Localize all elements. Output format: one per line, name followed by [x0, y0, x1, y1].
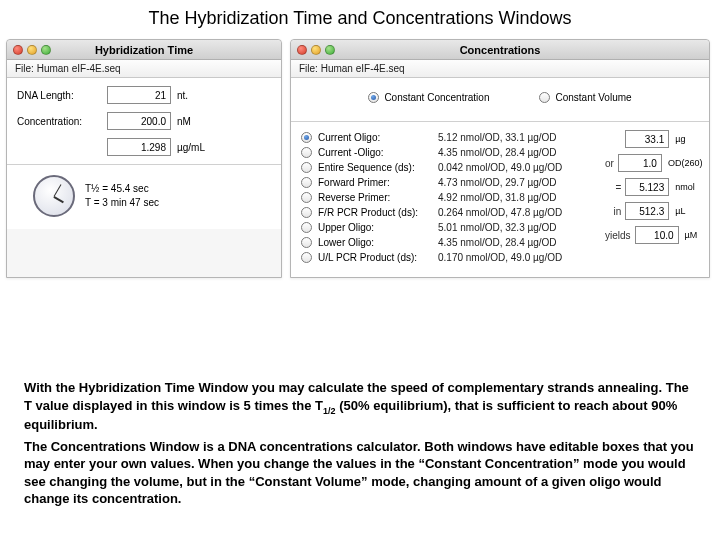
oligo-name: Forward Primer: [318, 177, 438, 188]
prefix: yields [605, 230, 635, 241]
dna-length-input[interactable] [107, 86, 171, 104]
mass-input[interactable] [625, 130, 669, 148]
dna-length-label: DNA Length: [17, 90, 107, 101]
prefix: = [605, 182, 625, 193]
radio-icon [301, 162, 312, 173]
prefix: in [605, 206, 625, 217]
oligo-row[interactable]: Current Oligo:5.12 nmol/OD, 33.1 µg/OD [301, 130, 599, 145]
file-label: File: Human eIF-4E.seq [7, 60, 281, 78]
radio-icon [301, 207, 312, 218]
radio-icon [301, 237, 312, 248]
unit: µL [675, 206, 699, 216]
titlebar: Hybridization Time [7, 40, 281, 60]
radio-icon [301, 147, 312, 158]
oligo-value: 0.264 nmol/OD, 47.8 µg/OD [438, 207, 562, 218]
dna-length-unit: nt. [177, 90, 188, 101]
radio-icon [301, 177, 312, 188]
oligo-row[interactable]: Forward Primer:4.73 nmol/OD, 29.7 µg/OD [301, 175, 599, 190]
oligo-row[interactable]: F/R PCR Product (ds):0.264 nmol/OD, 47.8… [301, 205, 599, 220]
oligo-row[interactable]: Entire Sequence (ds):0.042 nmol/OD, 49.0… [301, 160, 599, 175]
oligo-name: Current Oligo: [318, 132, 438, 143]
oligo-name: Entire Sequence (ds): [318, 162, 438, 173]
oligo-value: 5.12 nmol/OD, 33.1 µg/OD [438, 132, 557, 143]
concentrations-window: Concentrations File: Human eIF-4E.seq Co… [290, 39, 710, 278]
oligo-name: Current -Oligo: [318, 147, 438, 158]
oligo-row[interactable]: Current -Oligo:4.35 nmol/OD, 28.4 µg/OD [301, 145, 599, 160]
oligo-name: Reverse Primer: [318, 192, 438, 203]
od-input[interactable] [618, 154, 662, 172]
oligo-name: Upper Oligo: [318, 222, 438, 233]
radio-icon [301, 192, 312, 203]
density-unit: µg/mL [177, 142, 205, 153]
oligo-row[interactable]: Reverse Primer:4.92 nmol/OD, 31.8 µg/OD [301, 190, 599, 205]
mode-label: Constant Volume [555, 92, 631, 103]
file-label: File: Human eIF-4E.seq [291, 60, 709, 78]
oligo-row[interactable]: U/L PCR Product (ds):0.170 nmol/OD, 49.0… [301, 250, 599, 265]
yield-input[interactable] [635, 226, 679, 244]
oligo-value: 0.042 nmol/OD, 49.0 µg/OD [438, 162, 562, 173]
oligo-value: 0.170 nmol/OD, 49.0 µg/OD [438, 252, 562, 263]
oligo-value: 4.92 nmol/OD, 31.8 µg/OD [438, 192, 557, 203]
unit: nmol [675, 182, 699, 192]
t-half-value: T½ = 45.4 sec [85, 182, 159, 196]
clock-icon [33, 175, 75, 217]
mode-constant-concentration[interactable]: Constant Concentration [368, 92, 489, 103]
unit: µM [685, 230, 699, 240]
side-inputs: µg orOD(260) =nmol inµL yieldsµM [599, 130, 699, 265]
oligo-name: Lower Oligo: [318, 237, 438, 248]
oligo-value: 5.01 nmol/OD, 32.3 µg/OD [438, 222, 557, 233]
oligo-value: 4.73 nmol/OD, 29.7 µg/OD [438, 177, 557, 188]
concentration-unit: nM [177, 116, 191, 127]
oligo-row[interactable]: Lower Oligo:4.35 nmol/OD, 28.4 µg/OD [301, 235, 599, 250]
unit: µg [675, 134, 699, 144]
radio-icon [301, 252, 312, 263]
prefix: or [605, 158, 618, 169]
radio-icon [368, 92, 379, 103]
t-full-value: T = 3 min 47 sec [85, 196, 159, 210]
window-title: Hybridization Time [7, 44, 281, 56]
hybridization-window: Hybridization Time File: Human eIF-4E.se… [6, 39, 282, 278]
titlebar: Concentrations [291, 40, 709, 60]
nmol-input[interactable] [625, 178, 669, 196]
radio-icon [539, 92, 550, 103]
density-input[interactable] [107, 138, 171, 156]
description-text: With the Hybridization Time Window you m… [24, 379, 696, 512]
unit: OD(260) [668, 158, 703, 168]
oligo-value: 4.35 nmol/OD, 28.4 µg/OD [438, 147, 557, 158]
radio-icon [301, 132, 312, 143]
oligo-name: U/L PCR Product (ds): [318, 252, 438, 263]
mode-constant-volume[interactable]: Constant Volume [539, 92, 631, 103]
oligo-row[interactable]: Upper Oligo:5.01 nmol/OD, 32.3 µg/OD [301, 220, 599, 235]
mode-label: Constant Concentration [384, 92, 489, 103]
oligo-name: F/R PCR Product (ds): [318, 207, 438, 218]
window-title: Concentrations [291, 44, 709, 56]
oligo-list: Current Oligo:5.12 nmol/OD, 33.1 µg/OD C… [301, 130, 599, 265]
oligo-value: 4.35 nmol/OD, 28.4 µg/OD [438, 237, 557, 248]
concentration-input[interactable] [107, 112, 171, 130]
vol-input[interactable] [625, 202, 669, 220]
concentration-label: Concentration: [17, 116, 107, 127]
radio-icon [301, 222, 312, 233]
page-title: The Hybridization Time and Concentration… [0, 0, 720, 39]
